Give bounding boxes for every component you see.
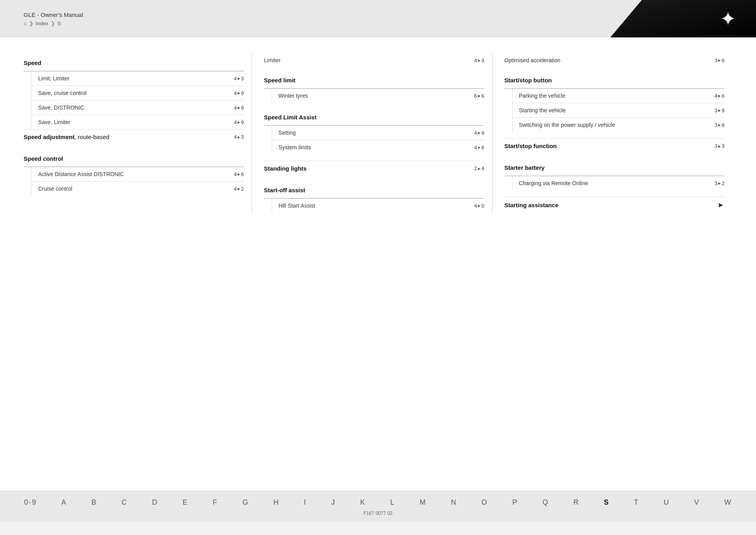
entry-text: Limiter — [264, 57, 280, 63]
heading-speed-limit-assist: Speed Limit Assist — [264, 109, 484, 124]
column-1: Speed Limit, Limiter 4►3 Save, cruise co… — [24, 53, 252, 213]
column-3: Optimised acceleration 3►6 Start/stop bu… — [492, 53, 732, 213]
alpha-O[interactable]: O — [478, 497, 491, 508]
alpha-T[interactable]: T — [631, 497, 642, 508]
main-content: Speed Limit, Limiter 4►3 Save, cruise co… — [0, 37, 756, 490]
entry-page: 3►2 — [715, 180, 724, 186]
alpha-V[interactable]: V — [691, 497, 703, 508]
list-item: Starting the vehicle 3►9 — [513, 103, 724, 117]
list-item: Switching on the power supply / vehicle … — [513, 117, 724, 132]
alpha-G[interactable]: G — [239, 497, 252, 508]
entry-page: 4►0 — [474, 203, 484, 209]
entry-page: 4►9 — [474, 130, 484, 136]
breadcrumb-current: S — [57, 20, 61, 26]
speed-adjustment-entry: Speed adjustment, route-based 4►3 — [24, 129, 244, 144]
entry-text: Setting — [278, 130, 296, 136]
entry-page: 4►9 — [234, 119, 244, 125]
alpha-R[interactable]: R — [570, 497, 582, 508]
limiter-entry: Limiter 4►3 — [264, 53, 484, 67]
entry-text: Save, cruise control — [38, 90, 87, 96]
mercedes-logo: ✦ — [720, 9, 736, 29]
alpha-A[interactable]: A — [58, 497, 70, 508]
heading-start-off-assist: Start-off assist — [264, 182, 484, 197]
alpha-D[interactable]: D — [149, 497, 161, 508]
start-off-assist-entries: Hill Start Assist 4►0 — [272, 199, 484, 213]
alpha-09[interactable]: 0-9 — [21, 497, 40, 508]
alpha-L[interactable]: L — [387, 497, 398, 508]
home-icon[interactable]: ⌂ — [24, 20, 27, 26]
alpha-P[interactable]: P — [509, 497, 521, 508]
alpha-N[interactable]: N — [448, 497, 460, 508]
speed-limit-entries: Winter tyres 6►6 — [272, 89, 484, 103]
starting-assistance-entry: Starting assistance ► — [504, 197, 724, 213]
start-stop-function-entry: Start/stop function 3►3 — [504, 138, 724, 153]
optimised-acceleration-entry: Optimised acceleration 3►6 — [504, 53, 724, 67]
entry-text: Switching on the power supply / vehicle — [519, 122, 615, 128]
list-item: Parking the vehicle 4►6 — [513, 89, 724, 103]
heading-speed: Speed — [24, 55, 244, 69]
entry-page: 4►2 — [234, 186, 244, 192]
heading-starter-battery: Starter battery — [504, 160, 724, 174]
list-item: Save, cruise control 4►9 — [32, 85, 244, 100]
list-item: Save, Limiter 4►9 — [32, 115, 244, 129]
alpha-B[interactable]: B — [88, 497, 100, 508]
starting-assistance-text: Starting assistance — [504, 202, 559, 208]
speed-control-entries: Active Distance Assist DISTRONIC 4►6 Cru… — [32, 167, 244, 196]
entry-text: Winter tyres — [278, 93, 308, 99]
list-item: Setting 4►9 — [272, 126, 484, 140]
breadcrumb: ⌂ ❯ Index ❯ S — [24, 20, 83, 26]
alphabet-nav: 0-9 A B C D E F G H I J K L M N O P Q R … — [0, 497, 756, 508]
entry-text: Parking the vehicle — [519, 93, 565, 99]
alpha-H[interactable]: H — [270, 497, 282, 508]
entry-text: Starting the vehicle — [519, 107, 566, 113]
entry-text: Limit, Limiter — [38, 75, 69, 82]
speed-entries: Limit, Limiter 4►3 Save, cruise control … — [32, 71, 244, 129]
entry-text: Save, DISTRONIC — [38, 104, 84, 111]
entry-text: Hill Start Assist — [278, 202, 315, 209]
start-stop-function-text: Start/stop function — [504, 143, 557, 149]
entry-text: Active Distance Assist DISTRONIC — [38, 171, 124, 177]
page-title: GLE - Owner's Manual — [24, 11, 83, 18]
entry-page: 4►6 — [474, 145, 484, 150]
alpha-U[interactable]: U — [661, 497, 673, 508]
breadcrumb-index[interactable]: Index — [36, 20, 48, 26]
list-item: System limits 4►6 — [272, 140, 484, 154]
list-item: Hill Start Assist 4►0 — [272, 199, 484, 213]
page-header: GLE - Owner's Manual ⌂ ❯ Index ❯ S ✦ — [0, 0, 756, 37]
entry-page: 4►3 — [234, 76, 244, 82]
index-columns: Speed Limit, Limiter 4►3 Save, cruise co… — [24, 53, 732, 213]
alpha-J[interactable]: J — [328, 497, 339, 508]
entry-page: 3►9 — [715, 108, 724, 113]
entry-page: 4►6 — [234, 171, 244, 177]
alpha-M[interactable]: M — [417, 497, 430, 508]
entry-text: Optimised acceleration — [504, 57, 560, 63]
standing-lights-entry: Standing lights 2►4 — [264, 161, 484, 176]
footer: 0-9 A B C D E F G H I J K L M N O P Q R … — [0, 490, 756, 522]
alpha-C[interactable]: C — [119, 497, 131, 508]
breadcrumb-sep-2: ❯ — [51, 20, 55, 26]
speed-limit-assist-entries: Setting 4►9 System limits 4►6 — [272, 126, 484, 154]
alpha-W[interactable]: W — [721, 497, 735, 508]
header-left: GLE - Owner's Manual ⌂ ❯ Index ❯ S — [24, 11, 83, 26]
entry-page: 4►6 — [715, 93, 724, 99]
footer-code: F167 0077 02 — [363, 511, 393, 516]
column-2: Limiter 4►3 Speed limit Winter tyres 6►6… — [252, 53, 492, 213]
list-item: Winter tyres 6►6 — [272, 89, 484, 103]
entry-page: ► — [717, 201, 724, 209]
entry-page: 3►6 — [715, 58, 724, 63]
entry-text: System limits — [278, 144, 311, 150]
logo-area: ✦ — [610, 0, 756, 37]
entry-text: Charging via Remote Online — [519, 180, 588, 186]
breadcrumb-sep-1: ❯ — [29, 20, 33, 26]
alpha-E[interactable]: E — [180, 497, 191, 508]
list-item: Limit, Limiter 4►3 — [32, 71, 244, 85]
alpha-S[interactable]: S — [601, 497, 613, 508]
alpha-I[interactable]: I — [301, 497, 310, 508]
heading-speed-control: Speed control — [24, 150, 244, 165]
list-item: Save, DISTRONIC 4►9 — [32, 100, 244, 115]
alpha-F[interactable]: F — [209, 497, 221, 508]
alpha-K[interactable]: K — [357, 497, 369, 508]
alpha-Q[interactable]: Q — [539, 497, 552, 508]
entry-page: 3►3 — [715, 143, 724, 149]
start-stop-button-entries: Parking the vehicle 4►6 Starting the veh… — [512, 89, 724, 132]
